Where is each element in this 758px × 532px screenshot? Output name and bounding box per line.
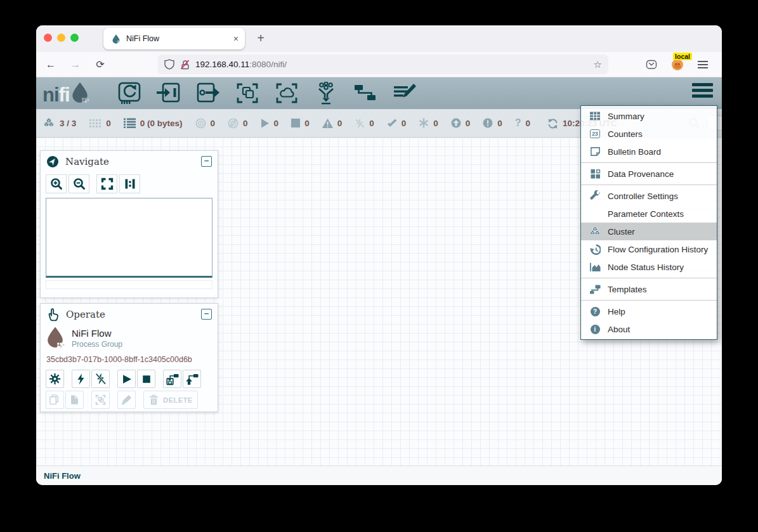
paste-button[interactable] bbox=[65, 391, 84, 409]
navigate-panel: Navigate − bbox=[40, 150, 218, 298]
forward-icon[interactable]: → bbox=[70, 59, 81, 70]
status-disabled: 0 bbox=[355, 118, 374, 129]
menu-item-counters[interactable]: 23 Counters bbox=[581, 125, 717, 143]
menu-item-help[interactable]: ? Help bbox=[581, 302, 717, 320]
funnel-icon[interactable] bbox=[314, 82, 338, 105]
remote-process-group-icon[interactable] bbox=[275, 82, 299, 105]
disabled-count: 0 bbox=[369, 119, 374, 128]
template-icon[interactable] bbox=[353, 82, 377, 105]
status-up-to-date: 0 bbox=[387, 119, 407, 128]
start-button[interactable] bbox=[117, 370, 136, 388]
sticky-note-icon bbox=[588, 146, 602, 157]
close-tab-icon[interactable]: × bbox=[233, 34, 239, 44]
running-count: 0 bbox=[274, 119, 279, 128]
birdseye-brush[interactable] bbox=[46, 280, 212, 289]
menu-item-about[interactable]: i About bbox=[581, 320, 717, 338]
navbar-right: local bbox=[646, 58, 722, 71]
disable-button[interactable] bbox=[91, 370, 110, 388]
profile-avatar[interactable] bbox=[671, 58, 684, 71]
transmitting-count: 0 bbox=[211, 119, 216, 128]
delete-label: DELETE bbox=[163, 396, 192, 404]
new-tab-button[interactable]: + bbox=[252, 30, 269, 47]
navigate-title: Navigate bbox=[65, 156, 109, 167]
menu-item-cluster[interactable]: Cluster bbox=[581, 223, 717, 240]
shield-icon[interactable] bbox=[164, 59, 174, 70]
browser-tab[interactable]: NiFi Flow × bbox=[103, 28, 245, 49]
maximize-window-button[interactable] bbox=[70, 34, 79, 42]
menu-item-parameter-contexts[interactable]: Parameter Contexts bbox=[581, 205, 717, 223]
back-icon[interactable]: ← bbox=[45, 59, 56, 70]
selection-name: NiFi Flow bbox=[72, 328, 122, 339]
status-locally-modified-and-stale: 0 bbox=[483, 118, 502, 128]
menu-item-flow-configuration-history[interactable]: Flow Configuration History bbox=[581, 240, 717, 258]
url-bar[interactable]: 192.168.40.11:8080/nifi/ ☆ bbox=[158, 55, 608, 74]
window-controls bbox=[44, 34, 79, 42]
menu-divider bbox=[581, 278, 717, 278]
browser-menu-icon[interactable] bbox=[698, 60, 708, 69]
zoom-actual-size-button[interactable] bbox=[119, 174, 140, 193]
fill-color-button[interactable] bbox=[117, 391, 136, 409]
global-menu: Summary 23 Counters Bulletin Board Data … bbox=[580, 105, 717, 340]
status-running: 0 bbox=[261, 119, 279, 128]
url-suffix: :8080/nifi/ bbox=[249, 60, 287, 69]
component-palette bbox=[117, 82, 417, 105]
status-stopped: 0 bbox=[291, 119, 310, 128]
profile-badge: local bbox=[673, 53, 692, 60]
stale-count: 0 bbox=[466, 119, 471, 128]
input-port-icon[interactable] bbox=[157, 82, 181, 105]
status-locally-modified: 0 bbox=[419, 118, 438, 128]
group-button[interactable] bbox=[91, 391, 110, 409]
hand-icon bbox=[46, 307, 60, 321]
create-template-button[interactable] bbox=[163, 370, 181, 388]
refresh-icon[interactable] bbox=[547, 119, 558, 129]
configure-button[interactable] bbox=[46, 370, 64, 388]
zoom-out-button[interactable] bbox=[69, 174, 89, 193]
table-icon bbox=[588, 111, 602, 121]
tab-title: NiFi Flow bbox=[126, 34, 233, 43]
label-icon[interactable] bbox=[393, 82, 417, 105]
processor-icon[interactable] bbox=[117, 82, 141, 105]
menu-divider bbox=[581, 185, 717, 185]
output-port-icon[interactable] bbox=[196, 82, 220, 105]
stop-button[interactable] bbox=[137, 370, 155, 388]
upload-template-button[interactable] bbox=[183, 370, 201, 388]
global-menu-button[interactable] bbox=[692, 83, 713, 100]
area-chart-icon bbox=[588, 262, 602, 272]
delete-button[interactable]: DELETE bbox=[143, 391, 198, 409]
menu-item-bulletin-board[interactable]: Bulletin Board bbox=[581, 143, 717, 160]
collapse-operate-button[interactable]: − bbox=[201, 309, 212, 320]
active-threads-count: 0 bbox=[106, 119, 111, 128]
minimize-window-button[interactable] bbox=[57, 34, 65, 42]
url-host: 192.168.40.11 bbox=[195, 60, 249, 69]
locally-modified-asterisk-icon bbox=[419, 118, 429, 128]
collapse-navigate-button[interactable]: − bbox=[201, 156, 212, 167]
zoom-in-button[interactable] bbox=[46, 174, 67, 193]
sync-failure-count: 0 bbox=[526, 119, 531, 128]
stopped-icon bbox=[291, 119, 300, 127]
birdseye-minimap[interactable] bbox=[46, 198, 212, 278]
enable-button[interactable] bbox=[72, 370, 90, 388]
transmitting-icon bbox=[195, 118, 206, 129]
bookmark-star-icon[interactable]: ☆ bbox=[594, 59, 602, 70]
menu-divider bbox=[581, 300, 717, 301]
menu-item-templates[interactable]: Templates bbox=[581, 280, 717, 298]
status-transmitting: 0 bbox=[195, 118, 216, 129]
zoom-fit-button[interactable] bbox=[96, 174, 117, 193]
menu-item-data-provenance[interactable]: Data Provenance bbox=[581, 165, 717, 183]
copy-button[interactable] bbox=[46, 391, 64, 409]
provenance-icon bbox=[588, 169, 602, 179]
reload-icon[interactable]: ⟳ bbox=[95, 58, 106, 70]
disabled-bolt-icon bbox=[355, 118, 365, 129]
menu-item-controller-settings[interactable]: Controller Settings bbox=[581, 187, 717, 205]
modified-stale-count: 0 bbox=[497, 119, 502, 128]
counters-icon: 23 bbox=[588, 129, 602, 138]
breadcrumb[interactable]: NiFi Flow bbox=[44, 471, 81, 481]
close-window-button[interactable] bbox=[44, 34, 52, 42]
menu-item-node-status-history[interactable]: Node Status History bbox=[581, 258, 717, 276]
status-invalid: 0 bbox=[322, 119, 343, 128]
status-stale: 0 bbox=[451, 118, 471, 128]
insecure-lock-icon[interactable] bbox=[180, 60, 190, 70]
process-group-icon[interactable] bbox=[235, 82, 259, 105]
menu-item-summary[interactable]: Summary bbox=[581, 107, 717, 125]
pocket-icon[interactable] bbox=[646, 60, 657, 70]
